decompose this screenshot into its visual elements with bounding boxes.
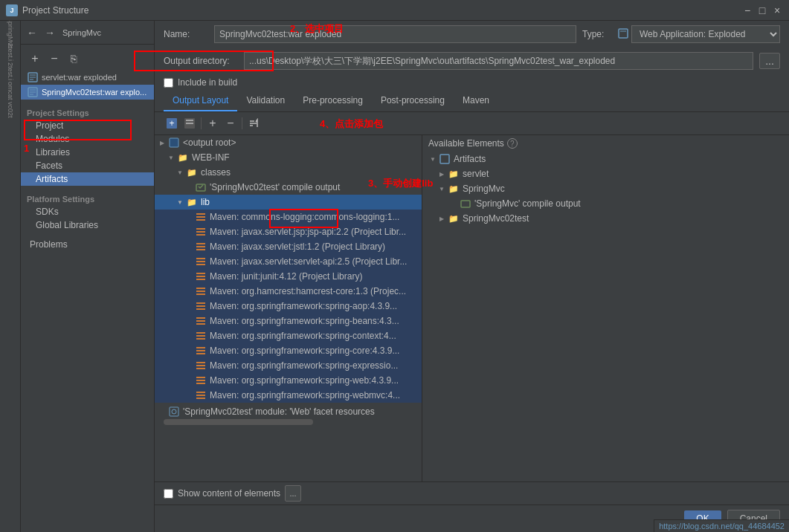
show-content-label: Show content of elements [178,488,280,499]
svg-point-60 [172,409,176,414]
spring-context-label: Maven: org.springframework:spring-contex… [210,331,396,341]
type-icon [618,28,628,40]
minimize-button[interactable]: − [741,4,753,16]
avail-springmvc-compile-icon [460,198,471,210]
avail-node-springmvc02test[interactable]: ▶ 📁 SpringMvc02test [422,211,789,226]
title-bar: J Project Structure − □ × [0,0,789,21]
sidebar-item-project[interactable]: Project [21,119,154,132]
copy-item-button[interactable]: ⎘ [65,51,82,67]
toolbar-btn-1[interactable]: + [164,115,180,132]
output-root-label: <output root> [183,137,236,148]
sidebar-item-problems[interactable]: Problems [21,238,154,251]
node-facet-resources[interactable]: ▶ 'SpringMvc02test' module: 'Web' facet … [155,404,422,419]
avail-springmvc02test-label: SpringMvc02test [463,213,529,224]
toolbar-add-button[interactable]: + [205,115,221,132]
maximize-button[interactable]: □ [756,4,768,16]
node-spring-webmvc[interactable]: ▶ Maven: org.springframework:spring-webm… [155,388,422,403]
sidebar-item-facets[interactable]: Facets [21,159,154,172]
node-servlet-api[interactable]: ▶ Maven: javax.servlet:servlet-api:2.5 (… [155,254,422,269]
expand-arrow-hamcrest: ▶ [184,287,193,296]
avail-expand-artifacts: ▼ [428,156,437,163]
mini-sidebar-item-2testi2[interactable]: 2test.i [1,62,19,80]
artifact-icon-servlet [27,71,39,83]
avail-node-springmvc[interactable]: ▼ 📁 SpringMvc [422,181,789,196]
node-jstl[interactable]: ▶ Maven: javax.servlet:jstl:1.2 (Project… [155,239,422,254]
artifacts-label: Artifacts [36,174,68,184]
toolbar-btn-2[interactable] [181,115,198,132]
avail-servlet-icon: 📁 [448,168,460,180]
tab-validation[interactable]: Validation [237,91,294,111]
node-spring-core[interactable]: ▶ Maven: org.springframework:spring-core… [155,343,422,358]
back-button[interactable]: ← [24,25,40,41]
avail-node-artifacts[interactable]: ▼ Artifacts [422,152,789,166]
lib-icon-spring-webmvc [195,389,207,401]
node-compile-output[interactable]: ▶ 'SpringMvc02test' compile output [155,180,422,195]
toolbar-remove-button[interactable]: − [222,115,239,132]
node-commons-logging[interactable]: ▶ Maven: commons-logging:commons-logging… [155,210,422,224]
avail-artifacts-label: Artifacts [454,154,486,164]
mini-sidebar-item-2test[interactable]: 2test.i [1,43,19,61]
include-in-build-label: Include in build [178,77,237,88]
expand-arrow-spring-beans: ▶ [184,317,193,325]
libraries-label: Libraries [36,147,70,158]
artifact-item-springmvc02test[interactable]: SpringMvc02test:war explo... [21,85,154,100]
toolbar-sort-button[interactable] [245,115,262,132]
tab-maven[interactable]: Maven [454,91,498,111]
lib-icon-spring-aop [195,300,207,312]
platform-settings-header: Platform Settings [21,192,154,205]
svg-rect-62 [461,201,470,207]
node-classes[interactable]: ▼ 📁 classes [155,165,422,180]
project-structure-sidebar: ← → SpringMvc + − ⎘ servlet:war exploded [21,21,155,532]
avail-node-servlet[interactable]: ▶ 📁 servlet [422,166,789,181]
lib-icon-jstl [195,241,207,253]
remove-item-button[interactable]: − [46,51,62,67]
output-dir-row: Output directory: ... [155,48,789,74]
close-button[interactable]: × [771,4,783,16]
mini-sidebar-item-vc02t[interactable]: vc02t [1,101,19,119]
node-jspjsp[interactable]: ▶ Maven: javax.servlet.jsp:jsp-api:2.2 (… [155,224,422,239]
sidebar-item-global-libraries[interactable]: Global Libraries [21,218,154,232]
node-output-root[interactable]: ▶ <output root> [155,135,422,150]
browse-output-dir-button[interactable]: ... [759,53,780,69]
servlet-api-label: Maven: javax.servlet:servlet-api:2.5 (Pr… [210,256,407,267]
include-in-build-checkbox[interactable] [164,78,173,88]
artifact-item-servlet[interactable]: servlet:war exploded [21,70,154,85]
avail-expand-springmvc: ▼ [437,186,446,192]
expand-arrow-junit: ▶ [184,272,193,281]
expand-arrow-web-inf: ▼ [167,153,175,162]
node-spring-web[interactable]: ▶ Maven: org.springframework:spring-web:… [155,373,422,388]
mini-sidebar-item-springmvc[interactable]: SpringMvc [1,24,19,42]
name-input[interactable] [214,25,576,43]
node-web-inf[interactable]: ▼ 📁 WEB-INF [155,150,422,165]
sidebar-item-modules[interactable]: Modules [21,132,154,146]
spring-core-label: Maven: org.springframework:spring-core:4… [210,346,399,356]
help-icon: ? [507,138,518,149]
tab-post-processing[interactable]: Post-processing [372,91,454,111]
node-spring-context[interactable]: ▶ Maven: org.springframework:spring-cont… [155,328,422,343]
node-spring-aop[interactable]: ▶ Maven: org.springframework:spring-aop:… [155,299,422,314]
node-junit[interactable]: ▶ Maven: junit:junit:4.12 (Project Libra… [155,269,422,284]
avail-expand-servlet: ▶ [437,171,446,178]
output-dir-input[interactable] [244,52,753,70]
tab-pre-processing[interactable]: Pre-processing [294,91,372,111]
forward-button[interactable]: → [42,25,58,41]
node-lib[interactable]: ▼ 📁 lib [155,195,422,210]
node-spring-expression[interactable]: ▶ Maven: org.springframework:spring-expr… [155,358,422,373]
node-spring-beans[interactable]: ▶ Maven: org.springframework:spring-bean… [155,314,422,328]
mini-sidebar-item-tomcat[interactable]: omcat [1,82,19,100]
type-select[interactable]: Web Application: Exploded [631,25,780,43]
main-layout: SpringMvc 2test.i 2test.i omcat vc02t ← … [0,21,789,532]
lib-label: lib [201,197,210,207]
show-content-checkbox[interactable] [164,489,173,499]
tab-output-layout[interactable]: Output Layout [164,91,237,111]
avail-node-springmvc-compile[interactable]: ▶ 'SpringMvc' compile output [422,196,789,211]
add-item-button[interactable]: + [27,51,43,67]
lib-icon-spring-web [195,374,207,386]
sidebar-item-libraries[interactable]: Libraries [21,146,154,159]
node-hamcrest[interactable]: ▶ Maven: org.hamcrest:hamcrest-core:1.3 … [155,284,422,299]
sidebar-item-sdks[interactable]: SDKs [21,205,154,218]
nav-title: SpringMvc [62,28,101,37]
show-content-more-button[interactable]: ... [285,485,301,502]
app-icon: J [6,4,18,16]
sidebar-item-artifacts[interactable]: Artifacts [21,172,154,186]
